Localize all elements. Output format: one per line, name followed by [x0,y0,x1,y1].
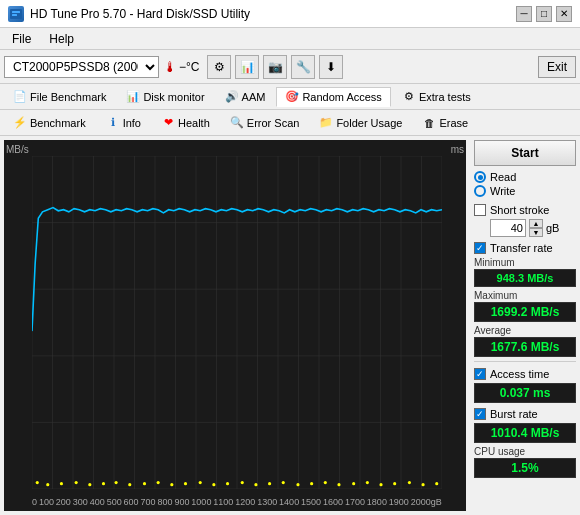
burst-rate-section: 1010.4 MB/s [474,423,576,443]
average-label: Average [474,325,576,336]
chart-area: MB/s ms [4,140,466,511]
svg-point-60 [337,483,340,486]
tools-icon-btn[interactable]: 🔧 [291,55,315,79]
download-icon-btn[interactable]: ⬇ [319,55,343,79]
burst-rate-value: 1010.4 MB/s [474,423,576,443]
svg-point-67 [435,482,438,485]
stroke-spinner: ▲ ▼ [529,219,543,237]
tabs-row2: ⚡ Benchmark ℹ Info ❤ Health 🔍 Error Scan… [0,110,580,136]
svg-point-54 [254,483,257,486]
close-button[interactable]: ✕ [556,6,572,22]
file-benchmark-icon: 📄 [13,90,27,104]
stroke-up-button[interactable]: ▲ [529,219,543,228]
chart-canvas: 2000 1500 1000 500 4.00 3.00 2.00 1.00 [32,156,442,489]
exit-button[interactable]: Exit [538,56,576,78]
info-icon: ℹ [106,116,120,130]
start-button[interactable]: Start [474,140,576,166]
cpu-usage-value: 1.5% [474,458,576,478]
svg-point-42 [88,483,91,486]
tab-random-access[interactable]: 🎯 Random Access [276,87,390,107]
short-stroke-checkbox[interactable] [474,204,486,216]
erase-icon: 🗑 [422,116,436,130]
maximum-section: Maximum 1699.2 MB/s [474,290,576,322]
stroke-down-button[interactable]: ▼ [529,228,543,237]
tab-erase[interactable]: 🗑 Erase [413,113,477,133]
svg-point-58 [310,482,313,485]
tab-disk-monitor[interactable]: 📊 Disk monitor [117,87,213,107]
tab-health[interactable]: ❤ Health [152,113,219,133]
transfer-rate-label: Transfer rate [490,242,553,254]
stroke-row: ▲ ▼ gB [490,219,576,237]
chart-y-label-left: MB/s [6,144,29,155]
short-stroke-label: Short stroke [490,204,549,216]
camera-icon-btn[interactable]: 📷 [263,55,287,79]
minimum-label: Minimum [474,257,576,268]
svg-point-56 [282,481,285,484]
access-time-label: Access time [490,368,549,380]
tab-info[interactable]: ℹ Info [97,113,150,133]
svg-point-66 [422,483,425,486]
stroke-input[interactable] [490,219,526,237]
svg-point-50 [199,481,202,484]
svg-point-45 [128,483,131,486]
menu-file[interactable]: File [4,30,39,48]
minimize-button[interactable]: ─ [516,6,532,22]
access-time-value: 0.037 ms [474,383,576,403]
title-bar-controls: ─ □ ✕ [516,6,572,22]
transfer-rate-item[interactable]: ✓ Transfer rate [474,242,576,254]
svg-point-47 [157,481,160,484]
benchmark-icon: ⚡ [13,116,27,130]
tab-benchmark[interactable]: ⚡ Benchmark [4,113,95,133]
write-label: Write [490,185,515,197]
title-bar: HD Tune Pro 5.70 - Hard Disk/SSD Utility… [0,0,580,28]
health-icon: ❤ [161,116,175,130]
app-title: HD Tune Pro 5.70 - Hard Disk/SSD Utility [30,7,250,21]
tab-error-scan[interactable]: 🔍 Error Scan [221,113,309,133]
read-radio-item[interactable]: Read [474,171,576,183]
minimum-section: Minimum 948.3 MB/s [474,257,576,287]
right-panel: Start Read Write Short stroke ▲ ▼ gB [470,136,580,515]
svg-point-41 [75,481,78,484]
svg-point-57 [296,483,299,486]
tab-file-benchmark[interactable]: 📄 File Benchmark [4,87,115,107]
short-stroke-item[interactable]: Short stroke [474,204,576,216]
app-icon [8,6,24,22]
write-radio[interactable] [474,185,486,197]
title-bar-left: HD Tune Pro 5.70 - Hard Disk/SSD Utility [8,6,250,22]
burst-rate-item[interactable]: ✓ Burst rate [474,408,576,420]
disk-monitor-icon: 📊 [126,90,140,104]
read-radio[interactable] [474,171,486,183]
minimum-value: 948.3 MB/s [474,269,576,287]
folder-usage-icon: 📁 [319,116,333,130]
read-write-group: Read Write [474,169,576,199]
error-scan-icon: 🔍 [230,116,244,130]
write-radio-item[interactable]: Write [474,185,576,197]
chart-icon-btn[interactable]: 📊 [235,55,259,79]
svg-point-44 [115,481,118,484]
svg-point-63 [379,483,382,486]
svg-point-62 [366,481,369,484]
extra-tests-icon: ⚙ [402,90,416,104]
burst-rate-checkbox[interactable]: ✓ [474,408,486,420]
settings-icon-btn[interactable]: ⚙ [207,55,231,79]
tab-folder-usage[interactable]: 📁 Folder Usage [310,113,411,133]
cpu-usage-section: CPU usage 1.5% [474,446,576,478]
svg-point-64 [393,482,396,485]
svg-rect-2 [12,14,17,16]
cpu-usage-label: CPU usage [474,446,576,457]
disk-selector[interactable]: CT2000P5PSSD8 (2000 gB) [4,56,159,78]
menu-help[interactable]: Help [41,30,82,48]
tab-aam[interactable]: 🔊 AAM [216,87,275,107]
maximize-button[interactable]: □ [536,6,552,22]
average-section: Average 1677.6 MB/s [474,325,576,357]
chart-x-axis: 0 100 200 300 400 500 600 700 800 900 10… [32,497,442,507]
transfer-rate-checkbox[interactable]: ✓ [474,242,486,254]
main-content: MB/s ms [0,136,580,515]
menu-bar: File Help [0,28,580,50]
svg-point-65 [408,481,411,484]
access-time-checkbox[interactable]: ✓ [474,368,486,380]
tab-extra-tests[interactable]: ⚙ Extra tests [393,87,480,107]
svg-point-48 [170,483,173,486]
svg-rect-1 [12,11,20,13]
access-time-item[interactable]: ✓ Access time [474,368,576,380]
